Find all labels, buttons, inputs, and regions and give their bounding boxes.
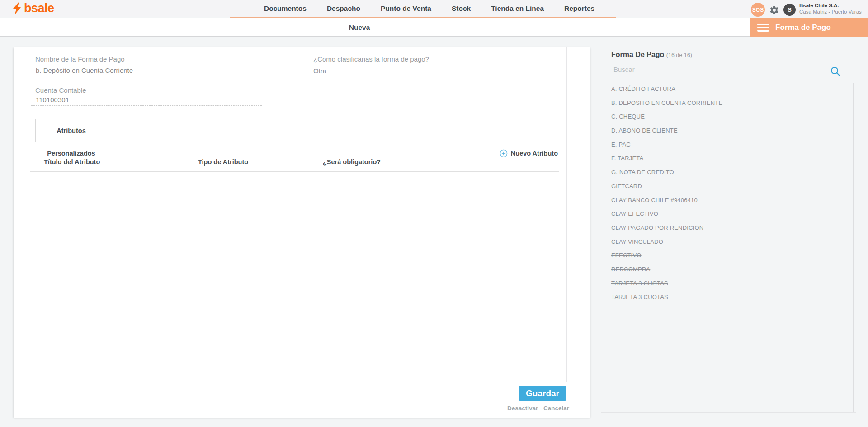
user-avatar[interactable]: S: [783, 4, 796, 16]
panel-header: Forma de Pago: [750, 18, 868, 37]
nav-item-documentos[interactable]: Documentos: [264, 5, 307, 13]
classify-value[interactable]: Otra: [313, 67, 326, 75]
company-name: Bsale Chile S.A.: [799, 2, 862, 9]
tab-atributos-personalizados[interactable]: Atributos Personalizados: [35, 119, 107, 142]
sidebar-bottom-border: [601, 412, 856, 413]
sidebar-count: (16 de 16): [666, 52, 692, 58]
bsale-app: bsale DocumentosDespachoPunto de VentaSt…: [0, 0, 868, 427]
search-icon[interactable]: [830, 66, 841, 77]
account-label: Cuenta Contable: [35, 86, 86, 94]
branch-name: Casa Matriz - Puerto Varas: [799, 9, 862, 15]
column-header-obligatorio: ¿Será obligatorio?: [323, 158, 381, 166]
bolt-icon: [12, 2, 22, 14]
payment-method-item[interactable]: F. TARJETA: [611, 152, 840, 166]
payment-methods-list: A. CRÉDITO FACTURAB. DEPÓSITO EN CUENTA …: [611, 82, 840, 304]
payment-method-item[interactable]: REDCOMPRA: [611, 263, 840, 277]
payment-method-item[interactable]: B. DEPÓSITO EN CUENTA CORRIENTE: [611, 96, 840, 110]
brand-name: bsale: [24, 2, 54, 14]
attributes-table: Título del Atributo Tipo de Atributo ¿Se…: [30, 142, 559, 172]
bsale-logo[interactable]: bsale: [12, 2, 54, 14]
payment-form-card: Nombre de la Forma de Pago Cuenta Contab…: [14, 47, 590, 418]
hamburger-icon[interactable]: [757, 24, 769, 32]
new-attribute-button[interactable]: Nuevo Atributo: [500, 149, 558, 157]
company-info[interactable]: Bsale Chile S.A. Casa Matriz - Puerto Va…: [799, 2, 862, 15]
payment-method-item[interactable]: EFECTIVO: [611, 249, 840, 263]
sub-bar: [0, 18, 868, 37]
nav-item-stock[interactable]: Stock: [452, 5, 471, 13]
classify-label: ¿Como clasificarias la forma de pago?: [313, 55, 429, 63]
payment-method-item[interactable]: TARJETA 3 CUOTAS: [611, 290, 840, 304]
payment-method-item[interactable]: G. NOTA DE CREDITO: [611, 166, 840, 180]
payment-method-item[interactable]: CLAY PAGADO POR RENDICION: [611, 221, 840, 235]
cancel-link[interactable]: Cancelar: [543, 405, 569, 412]
plus-circle-icon: [500, 149, 508, 157]
nav-item-tienda-en-linea[interactable]: Tienda en Linea: [491, 5, 544, 13]
payment-method-item[interactable]: CLAY BANCO CHILE #9406410: [611, 194, 840, 208]
payment-name-input[interactable]: [31, 65, 262, 76]
panel-title: Forma de Pago: [775, 23, 831, 32]
payment-method-item[interactable]: GIFTCARD: [611, 180, 840, 194]
top-nav: DocumentosDespachoPunto de VentaStockTie…: [264, 0, 594, 17]
payment-method-item[interactable]: A. CRÉDITO FACTURA: [611, 82, 840, 96]
save-button[interactable]: Guardar: [519, 386, 566, 401]
sos-button[interactable]: SOS: [751, 3, 765, 17]
sidebar-title: Forma De Pago (16 de 16): [611, 51, 692, 59]
name-label: Nombre de la Forma de Pago: [35, 55, 125, 63]
payment-method-item[interactable]: E. PAC: [611, 138, 840, 152]
new-attribute-label: Nuevo Atributo: [511, 150, 558, 157]
column-header-tipo: Tipo de Atributo: [198, 158, 248, 166]
payment-method-item[interactable]: C. CHEQUE: [611, 110, 840, 124]
payment-method-item[interactable]: CLAY EFECTIVO: [611, 207, 840, 221]
sidebar-scrollbar[interactable]: [853, 83, 854, 412]
nav-item-punto-de-venta[interactable]: Punto de Venta: [381, 5, 431, 13]
account-input[interactable]: [31, 94, 262, 106]
sidebar-title-text: Forma De Pago: [611, 51, 664, 58]
gear-icon[interactable]: [769, 5, 779, 15]
deactivate-link[interactable]: Desactivar: [507, 405, 538, 412]
nav-item-reportes[interactable]: Reportes: [564, 5, 594, 13]
tab-nueva[interactable]: Nueva: [316, 18, 402, 37]
payment-method-item[interactable]: TARJETA 3 CUOTAS: [611, 277, 840, 291]
nav-item-despacho[interactable]: Despacho: [327, 5, 360, 13]
payment-method-item[interactable]: CLAY VINCULADO: [611, 235, 840, 249]
card-divider: [566, 47, 567, 382]
payment-method-item[interactable]: D. ABONO DE CLIENTE: [611, 124, 840, 138]
search-input[interactable]: [611, 62, 818, 76]
